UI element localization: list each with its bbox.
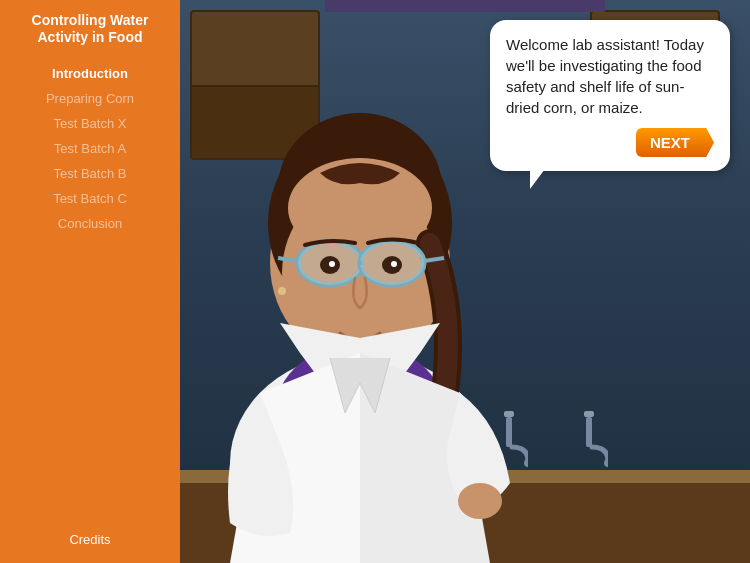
nav-item-preparing-corn[interactable]: Preparing Corn xyxy=(8,87,172,110)
character-lab-assistant xyxy=(200,43,520,563)
nav-item-introduction[interactable]: Introduction xyxy=(8,62,172,85)
next-button[interactable]: NEXT xyxy=(636,128,714,157)
main-content: Welcome lab assistant! Today we'll be in… xyxy=(180,0,750,563)
sidebar-title: Controlling Water Activity in Food xyxy=(32,12,149,46)
svg-rect-3 xyxy=(584,411,594,417)
nav-item-test-batch-x[interactable]: Test Batch X xyxy=(8,112,172,135)
nav-item-test-batch-a[interactable]: Test Batch A xyxy=(8,137,172,160)
sidebar-nav: Introduction Preparing Corn Test Batch X… xyxy=(8,62,172,235)
svg-point-2 xyxy=(524,459,528,467)
next-button-wrapper: NEXT xyxy=(506,118,714,157)
nav-item-test-batch-b[interactable]: Test Batch B xyxy=(8,162,172,185)
svg-point-5 xyxy=(604,459,608,467)
credits-link[interactable]: Credits xyxy=(69,532,110,547)
nav-item-conclusion[interactable]: Conclusion xyxy=(8,212,172,235)
speech-bubble-text: Welcome lab assistant! Today we'll be in… xyxy=(506,34,714,118)
nav-item-test-batch-c[interactable]: Test Batch C xyxy=(8,187,172,210)
svg-point-26 xyxy=(458,483,502,519)
sidebar: Controlling Water Activity in Food Intro… xyxy=(0,0,180,563)
svg-point-23 xyxy=(329,261,335,267)
wall-top xyxy=(325,0,605,12)
svg-point-24 xyxy=(391,261,397,267)
svg-rect-4 xyxy=(586,417,592,447)
svg-point-25 xyxy=(278,287,286,295)
speech-bubble: Welcome lab assistant! Today we'll be in… xyxy=(490,20,730,171)
faucet-right xyxy=(570,411,608,475)
